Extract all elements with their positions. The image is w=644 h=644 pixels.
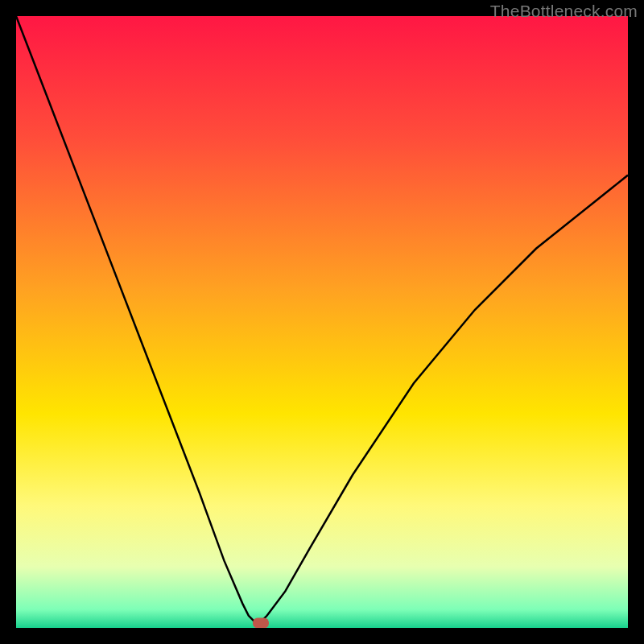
optimum-marker	[253, 617, 269, 628]
chart-background	[16, 16, 628, 628]
chart-container	[16, 16, 628, 628]
bottleneck-chart	[16, 16, 628, 628]
watermark-text: TheBottleneck.com	[490, 2, 638, 21]
